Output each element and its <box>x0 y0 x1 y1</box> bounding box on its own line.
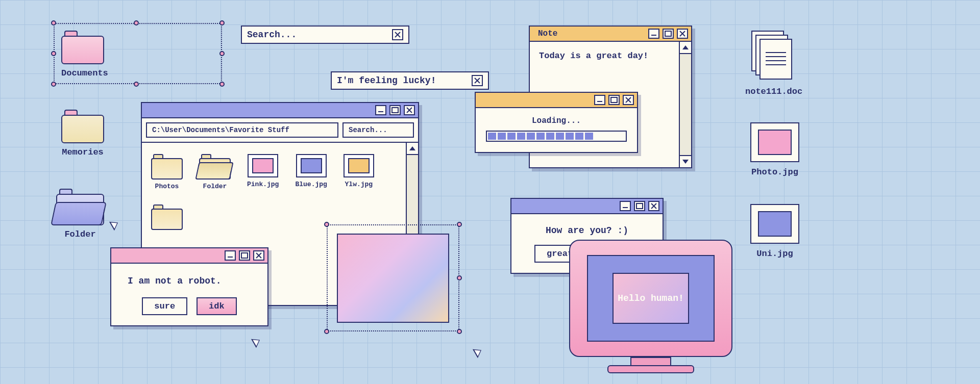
explorer-item-folder[interactable]: Folder <box>199 154 231 190</box>
file-label: Uni.jpg <box>750 249 799 259</box>
close-button[interactable] <box>404 105 415 115</box>
gradient-image[interactable] <box>337 234 449 323</box>
close-button[interactable] <box>253 250 264 261</box>
explorer-item-label: Blue.jpg <box>295 181 327 188</box>
monitor-greeting: Hello human! <box>618 293 684 303</box>
path-text: C:\User\Documents\Favorite Stuff <box>152 126 289 134</box>
maximize-button[interactable] <box>389 105 401 115</box>
explorer-item-label: Photos <box>155 183 179 190</box>
minimize-button[interactable] <box>375 105 386 115</box>
sure-button[interactable]: sure <box>142 297 187 315</box>
explorer-item-blue[interactable]: Blue.jpg <box>295 154 327 190</box>
desktop-icon-label: Folder <box>56 229 104 239</box>
file-photo[interactable]: Photo.jpg <box>750 122 799 177</box>
path-input[interactable]: C:\User\Documents\Favorite Stuff <box>146 122 338 138</box>
minimize-button[interactable] <box>620 201 631 211</box>
file-note-doc[interactable]: note111.doc <box>745 31 801 96</box>
idk-button[interactable]: idk <box>197 297 237 315</box>
explorer-item-label: Ylw.jpg <box>345 181 373 188</box>
loading-label: Loading... <box>486 116 627 125</box>
maximize-button[interactable] <box>608 95 620 105</box>
close-button[interactable] <box>623 95 634 105</box>
robot-message: I am not a robot. <box>121 276 257 286</box>
explorer-search-placeholder: Search... <box>349 126 387 134</box>
maximize-button[interactable] <box>663 29 674 39</box>
minimize-button[interactable] <box>225 250 236 261</box>
file-label: note111.doc <box>745 87 801 96</box>
lucky-text: I'm feeling lucky! <box>337 75 436 86</box>
cursor-icon <box>109 218 120 231</box>
note-scrollbar[interactable] <box>679 42 691 167</box>
desktop-icon-folder-open[interactable]: Folder <box>56 189 104 239</box>
explorer-item-photos[interactable]: Photos <box>151 154 183 190</box>
explorer-item-label: Folder <box>203 183 227 190</box>
desktop-icon-documents[interactable]: Documents <box>61 31 108 78</box>
close-button[interactable] <box>648 201 659 211</box>
desktop-icon-label: Memories <box>61 147 104 157</box>
file-uni[interactable]: Uni.jpg <box>750 204 799 259</box>
maximize-button[interactable] <box>634 201 645 211</box>
desktop-icon-memories[interactable]: Memories <box>61 110 104 157</box>
scroll-down-button[interactable] <box>680 155 691 167</box>
explorer-search-input[interactable]: Search... <box>342 122 414 138</box>
desktop-icon-label: Documents <box>61 68 108 78</box>
search-input[interactable]: Search... <box>241 25 409 44</box>
note-title: Note <box>533 29 557 38</box>
loading-dialog[interactable]: Loading... <box>475 92 638 153</box>
retro-monitor: Hello human! <box>569 240 732 373</box>
scroll-up-button[interactable] <box>680 42 691 54</box>
mood-question: How are you? :) <box>521 225 653 236</box>
robot-dialog[interactable]: I am not a robot. sure idk <box>110 247 268 326</box>
search-placeholder: Search... <box>247 30 297 40</box>
explorer-item-ylw[interactable]: Ylw.jpg <box>344 154 374 190</box>
clear-lucky-button[interactable] <box>472 75 483 86</box>
explorer-item-pink[interactable]: Pink.jpg <box>247 154 279 190</box>
close-button[interactable] <box>677 29 688 39</box>
cursor-icon <box>251 336 262 348</box>
minimize-button[interactable] <box>594 95 605 105</box>
cursor-icon <box>473 346 484 358</box>
scroll-up-button[interactable] <box>407 143 418 155</box>
explorer-item-label: Pink.jpg <box>247 181 279 188</box>
lucky-bar[interactable]: I'm feeling lucky! <box>331 71 489 90</box>
file-label: Photo.jpg <box>750 167 799 177</box>
loading-progress <box>486 131 627 142</box>
minimize-button[interactable] <box>648 29 659 39</box>
clear-search-button[interactable] <box>392 29 403 40</box>
maximize-button[interactable] <box>239 250 250 261</box>
